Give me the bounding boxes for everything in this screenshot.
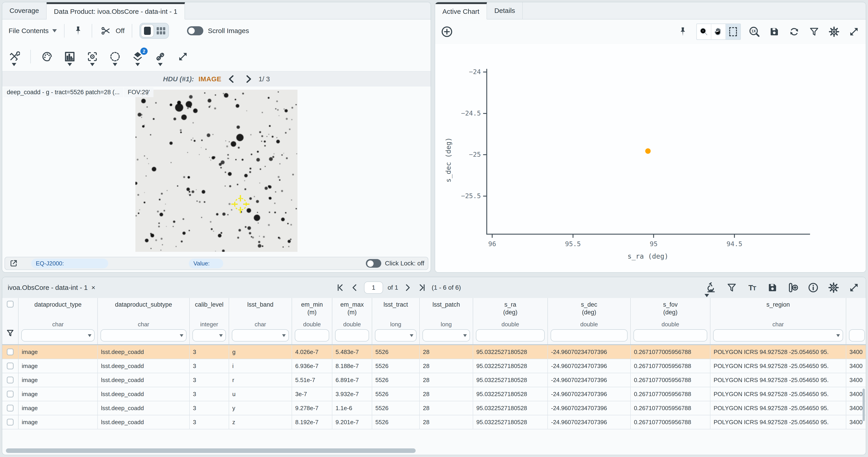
scroll-images-toggle[interactable] bbox=[187, 26, 203, 35]
filter-chart-icon[interactable] bbox=[808, 25, 820, 38]
cell-em_min: 5.51e-7 bbox=[292, 373, 332, 387]
cell-s_dec: -24.96070234707396 bbox=[548, 401, 631, 415]
inspect-icon[interactable] bbox=[705, 281, 718, 294]
color-palette-icon[interactable] bbox=[41, 50, 54, 63]
column-header-em_max[interactable]: em_max(m)double bbox=[332, 298, 372, 344]
single-view-button[interactable] bbox=[141, 25, 154, 37]
column-filter-input[interactable] bbox=[335, 329, 369, 341]
column-filter-input[interactable] bbox=[713, 329, 843, 341]
column-filter-input[interactable] bbox=[423, 329, 470, 341]
scatter-chart[interactable]: s_dec (deg) s_ra (deg) −24−24.5−25−25.59… bbox=[435, 44, 866, 272]
stretch-histogram-icon[interactable] bbox=[63, 50, 76, 63]
grid-view-button[interactable] bbox=[155, 25, 167, 37]
next-page-icon[interactable] bbox=[403, 281, 413, 294]
vertical-scrollbar[interactable] bbox=[863, 389, 865, 421]
table-row[interactable]: imagelsst.deep_coadd3i6.936e-78.188e-755… bbox=[2, 359, 866, 373]
fits-image[interactable] bbox=[135, 90, 298, 252]
unlink-icon[interactable] bbox=[154, 50, 167, 63]
column-header-calib_level[interactable]: calib_levelinteger bbox=[190, 298, 229, 344]
column-header-s_region[interactable]: s_regionchar bbox=[710, 298, 846, 344]
layers-icon[interactable]: 2 bbox=[131, 50, 144, 63]
filter-table-icon[interactable] bbox=[725, 281, 738, 294]
expand-icon[interactable] bbox=[848, 25, 860, 38]
pan-mode-button[interactable] bbox=[711, 24, 726, 39]
next-hdu-button[interactable] bbox=[242, 73, 254, 85]
table-header-row: dataproduct_typechardataproduct_subtypec… bbox=[2, 298, 866, 345]
column-header-s_dec[interactable]: s_dec(deg)double bbox=[548, 298, 631, 344]
external-link-icon[interactable] bbox=[9, 258, 19, 268]
save-chart-icon[interactable] bbox=[768, 25, 781, 38]
image-viewport[interactable]: deep_coadd - g - tract=5526 patch=28 (..… bbox=[2, 87, 431, 256]
table-row[interactable]: imagelsst.deep_coadd3g4.026e-75.483e-755… bbox=[2, 345, 866, 359]
column-header-dataproduct_subtype[interactable]: dataproduct_subtypechar bbox=[98, 298, 190, 344]
chart-settings-icon[interactable] bbox=[828, 25, 840, 38]
row-checkbox[interactable] bbox=[7, 376, 13, 384]
column-filter-input[interactable] bbox=[100, 329, 187, 341]
select-region-icon[interactable] bbox=[109, 50, 121, 63]
column-filter-input[interactable] bbox=[476, 329, 545, 341]
row-checkbox[interactable] bbox=[7, 405, 13, 412]
column-filter-input[interactable] bbox=[633, 329, 707, 341]
column-filter-input[interactable] bbox=[21, 329, 95, 341]
column-filter-input[interactable] bbox=[232, 329, 289, 341]
tab-active-chart[interactable]: Active Chart bbox=[435, 2, 487, 20]
table-row[interactable]: imagelsst.deep_coadd3z8.192e-79.201e-755… bbox=[2, 415, 866, 429]
table-row[interactable]: imagelsst.deep_coadd3r5.51e-76.891e-7552… bbox=[2, 373, 866, 387]
column-header-lsst_patch[interactable]: lsst_patchlong bbox=[420, 298, 473, 344]
column-header-partial[interactable] bbox=[846, 298, 866, 344]
click-lock-toggle[interactable] bbox=[366, 259, 381, 268]
save-table-icon[interactable] bbox=[766, 281, 779, 294]
tab-data-product[interactable]: Data Product: ivoa.ObsCore - data-int - … bbox=[46, 2, 185, 20]
zoom-mode-button[interactable] bbox=[697, 24, 711, 39]
column-filter-input[interactable] bbox=[551, 329, 627, 341]
tab-coverage[interactable]: Coverage bbox=[2, 2, 46, 19]
column-header-s_fov[interactable]: s_fov(deg)double bbox=[631, 298, 710, 344]
close-icon[interactable]: × bbox=[91, 284, 95, 292]
column-header-em_min[interactable]: em_min(m)double bbox=[292, 298, 332, 344]
expand-icon[interactable] bbox=[177, 50, 189, 63]
expand-icon[interactable] bbox=[848, 281, 860, 294]
previous-page-icon[interactable] bbox=[349, 281, 360, 294]
row-checkbox[interactable] bbox=[7, 363, 13, 369]
horizontal-scrollbar[interactable] bbox=[6, 448, 416, 453]
restore-chart-icon[interactable] bbox=[788, 25, 801, 38]
text-view-icon[interactable]: TT bbox=[746, 281, 758, 294]
table-row[interactable]: imagelsst.deep_coadd3y9.278e-71.1e-65526… bbox=[2, 401, 866, 415]
filter-row-icon[interactable] bbox=[6, 329, 15, 340]
column-header-dataproduct_type[interactable]: dataproduct_typechar bbox=[19, 298, 98, 344]
data-table[interactable]: dataproduct_typechardataproduct_subtypec… bbox=[2, 298, 866, 450]
recenter-icon[interactable] bbox=[86, 50, 99, 63]
info-icon[interactable] bbox=[807, 281, 819, 294]
last-page-icon[interactable] bbox=[417, 281, 427, 294]
pin-icon[interactable] bbox=[72, 25, 85, 37]
previous-hdu-button[interactable] bbox=[226, 73, 238, 85]
pin-icon[interactable] bbox=[677, 25, 689, 38]
add-chart-icon[interactable] bbox=[440, 25, 453, 38]
page-number-input[interactable] bbox=[364, 281, 383, 294]
tab-details[interactable]: Details bbox=[487, 2, 523, 19]
row-checkbox[interactable] bbox=[7, 348, 13, 355]
select-mode-button[interactable] bbox=[726, 24, 740, 39]
column-header-s_ra[interactable]: s_ra(deg)double bbox=[473, 298, 548, 344]
zoom-original-icon[interactable]: 1X bbox=[748, 25, 761, 38]
column-filter-input[interactable] bbox=[192, 329, 226, 341]
first-page-icon[interactable] bbox=[335, 281, 345, 294]
select-all-checkbox[interactable] bbox=[7, 301, 13, 308]
crop-button[interactable]: Off bbox=[99, 25, 125, 37]
table-settings-icon[interactable] bbox=[827, 281, 840, 294]
row-checkbox[interactable] bbox=[7, 391, 13, 397]
column-filter-input[interactable] bbox=[295, 329, 329, 341]
x-axis-line bbox=[486, 234, 810, 235]
add-column-icon[interactable] bbox=[786, 281, 799, 294]
scatter-point[interactable] bbox=[645, 148, 651, 154]
row-checkbox[interactable] bbox=[7, 419, 13, 426]
table-row[interactable]: imagelsst.deep_coadd3u3e-73.932e-7552628… bbox=[2, 387, 866, 401]
tools-icon[interactable] bbox=[8, 50, 20, 63]
tab-active-chart-label: Active Chart bbox=[442, 8, 479, 16]
column-header-lsst_tract[interactable]: lsst_tractlong bbox=[372, 298, 420, 344]
column-filter-input[interactable] bbox=[375, 329, 416, 341]
column-header-lsst_band[interactable]: lsst_bandchar bbox=[229, 298, 292, 344]
table-tab[interactable]: ivoa.ObsCore - data-int - 1 × bbox=[8, 284, 95, 292]
file-contents-dropdown[interactable]: File Contents bbox=[9, 27, 57, 35]
column-filter-input[interactable] bbox=[849, 329, 865, 341]
